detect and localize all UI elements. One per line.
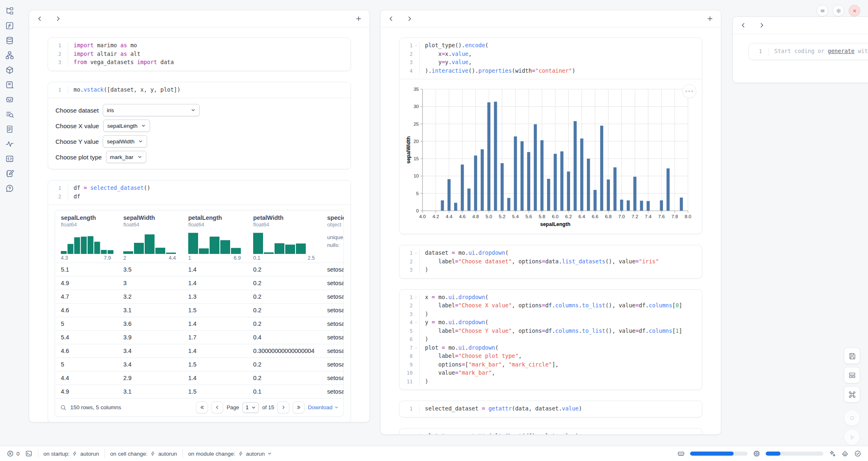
fold-chevron-icon bbox=[413, 318, 419, 327]
chevron-left-icon[interactable] bbox=[388, 16, 394, 22]
settings-button[interactable] bbox=[833, 5, 844, 16]
chevron-right-icon[interactable] bbox=[55, 16, 61, 22]
svg-text:5: 5 bbox=[416, 191, 419, 196]
fold-chevron-icon bbox=[413, 344, 419, 353]
table-cell: 5.1 bbox=[55, 263, 118, 277]
run-setting-2[interactable]: on cell change:autorun bbox=[110, 451, 177, 457]
code-editor[interactable]: 1 Start coding or generate with bbox=[749, 44, 868, 60]
code-editor[interactable]: 1df = selected_dataset()2df bbox=[48, 180, 351, 205]
line-number: 1 bbox=[402, 41, 413, 50]
column-header-species[interactable]: speciesobjectunique:nulls: bbox=[321, 210, 344, 263]
column-header-sepalWidth[interactable]: sepalWidthfloat6424.4 bbox=[118, 210, 182, 263]
prev-page-button[interactable] bbox=[211, 401, 223, 413]
code-editor[interactable]: 1mo.vstack([dataset, x, y, plot]) bbox=[48, 82, 351, 98]
run-setting-3[interactable]: on module change:autorun bbox=[188, 451, 272, 457]
cell-output: sepalLengthfloat644.37.9sepalWidthfloat6… bbox=[48, 205, 351, 422]
rail-package-button[interactable] bbox=[5, 66, 14, 74]
code-editor[interactable]: 1x = mo.ui.dropdown(2 label="Choose X va… bbox=[399, 290, 702, 390]
download-button[interactable]: Download bbox=[308, 404, 339, 410]
save-button[interactable] bbox=[844, 348, 860, 364]
menu-button[interactable] bbox=[817, 5, 828, 16]
line-number: 1 bbox=[402, 293, 413, 302]
dropdown-choose-x-value[interactable]: sepalLength bbox=[103, 120, 150, 132]
terminal-button[interactable] bbox=[25, 450, 32, 457]
table-row[interactable]: 53.61.40.2setosa bbox=[55, 317, 344, 331]
rail-file-tree-button[interactable] bbox=[5, 7, 14, 15]
code-line: x = mo.ui.dropdown( bbox=[419, 293, 697, 302]
rail-notebook-pen-button[interactable] bbox=[5, 169, 14, 178]
code-editor[interactable]: 1plot_type().encode(2 x=x.value,3 y=y.va… bbox=[399, 38, 702, 79]
zap-icon bbox=[150, 451, 156, 456]
table-row[interactable]: 53.41.50.2setosa bbox=[55, 358, 344, 371]
generate-with-ai-link[interactable]: generate bbox=[828, 48, 854, 54]
check-circle-icon[interactable] bbox=[854, 450, 861, 457]
table-row[interactable]: 4.42.91.40.2setosa bbox=[55, 371, 344, 385]
run-button[interactable] bbox=[844, 429, 860, 445]
x-axis-title: sepalLength bbox=[540, 221, 570, 227]
error-count: 0 bbox=[16, 451, 20, 457]
add-cell-icon[interactable] bbox=[355, 15, 362, 22]
run-setting-1[interactable]: on startup:autorun bbox=[44, 451, 99, 457]
code-line: label="Choose Y value", options=df.colum… bbox=[419, 327, 697, 336]
dropdown-choose-y-value[interactable]: sepalWidth bbox=[103, 135, 147, 148]
dropdown-label: Choose X value bbox=[55, 122, 99, 129]
layout-button[interactable] bbox=[844, 367, 860, 383]
column-header-petalWidth[interactable]: petalWidthfloat640.12.5 bbox=[247, 210, 321, 263]
rail-org-chart-button[interactable] bbox=[5, 51, 14, 60]
code-editor[interactable]: 1plot_type = getattr(alt.Chart(df), plot… bbox=[399, 429, 702, 435]
rail-database-button[interactable] bbox=[5, 36, 14, 45]
run-setting-label: on startup: bbox=[44, 451, 70, 457]
rail-scroll-button[interactable] bbox=[5, 81, 14, 89]
command-palette-button[interactable] bbox=[844, 386, 860, 403]
table-row[interactable]: 5.43.91.70.4setosa bbox=[55, 331, 344, 344]
rail-function-square-button[interactable] bbox=[5, 21, 14, 30]
column-header-petalLength[interactable]: petalLengthfloat6416.9 bbox=[182, 210, 247, 263]
table-row[interactable]: 4.63.11.50.2setosa bbox=[55, 304, 344, 317]
rail-activity-button[interactable] bbox=[5, 140, 14, 148]
last-page-button[interactable] bbox=[293, 401, 305, 413]
code-editor[interactable]: 1selected_dataset = getattr(data, datase… bbox=[399, 401, 702, 417]
table-cell: setosa bbox=[321, 263, 344, 277]
table-row[interactable]: 4.63.41.40.30000000000000004setosa bbox=[55, 344, 344, 358]
code-line: from vega_datasets import data bbox=[68, 58, 346, 67]
table-row[interactable]: 5.13.51.40.2setosa bbox=[55, 263, 344, 277]
table-row[interactable]: 4.93.11.50.1setosa bbox=[55, 385, 344, 399]
chevron-right-icon[interactable] bbox=[759, 22, 765, 28]
dropdown-choose-dataset[interactable]: iris bbox=[103, 104, 200, 116]
rail-code-box-button[interactable] bbox=[5, 154, 14, 163]
table-cell: 5 bbox=[55, 317, 118, 331]
code-editor[interactable]: 1dataset = mo.ui.dropdown(2 label="Choos… bbox=[399, 245, 702, 278]
run-setting-mode: autorun bbox=[246, 451, 265, 457]
svg-text:6.2: 6.2 bbox=[565, 214, 572, 219]
code-line: ) bbox=[419, 378, 697, 386]
chevron-right-icon[interactable] bbox=[406, 16, 413, 22]
ai-sparkles-icon[interactable] bbox=[829, 450, 836, 457]
cell-df: 1df = selected_dataset()2dfsepalLengthfl… bbox=[48, 180, 351, 422]
code-editor[interactable]: 1import marimo as mo2import altair as al… bbox=[48, 38, 351, 71]
table-cell: 3.6 bbox=[118, 317, 182, 331]
bot-icon[interactable] bbox=[841, 450, 849, 457]
next-page-button[interactable] bbox=[277, 401, 289, 413]
add-cell-icon[interactable] bbox=[706, 15, 713, 22]
rail-document-button[interactable] bbox=[5, 125, 14, 134]
table-row[interactable]: 4.931.40.2setosa bbox=[55, 277, 344, 290]
errors-indicator[interactable]: 0 bbox=[7, 450, 20, 457]
dropdown-choose-plot-type[interactable]: mark_bar bbox=[106, 151, 146, 163]
rail-bot-button[interactable] bbox=[5, 95, 14, 104]
scratchpad-panel: 1 Start coding or generate with bbox=[732, 16, 868, 83]
stop-button[interactable] bbox=[844, 410, 860, 426]
editor-placeholder: Start coding or bbox=[774, 48, 828, 54]
table-row[interactable]: 4.73.21.30.2setosa bbox=[55, 290, 344, 304]
close-button[interactable] bbox=[849, 5, 860, 16]
rail-list-search-button[interactable] bbox=[5, 110, 14, 119]
altair-bar-chart[interactable]: 4.04.24.44.64.85.05.25.45.65.86.06.26.46… bbox=[405, 84, 693, 229]
first-page-button[interactable] bbox=[196, 401, 208, 413]
column-header-sepalLength[interactable]: sepalLengthfloat644.37.9 bbox=[55, 210, 118, 263]
chevron-left-icon[interactable] bbox=[740, 22, 746, 28]
table-cell: 3.1 bbox=[118, 385, 182, 399]
search-icon[interactable] bbox=[60, 404, 67, 411]
chevron-left-icon[interactable] bbox=[37, 16, 43, 22]
chart-options-button[interactable] bbox=[682, 84, 696, 98]
page-select[interactable]: 1 bbox=[242, 402, 259, 413]
rail-help-button[interactable] bbox=[5, 184, 14, 193]
